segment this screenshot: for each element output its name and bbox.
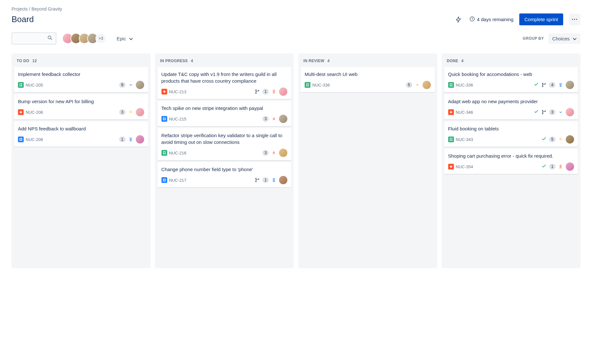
search-icon [47,35,53,42]
assignee-avatar[interactable] [136,108,144,116]
issue-card[interactable]: Refactor stripe verification key validat… [158,128,292,160]
estimate-badge: 5 [406,82,412,88]
card-title: Quick booking for accomodations - web [448,71,574,78]
card-title: Shoping cart purchasing error - quick fi… [448,153,574,159]
issue-card[interactable]: Fluid booking on tabletsNUC-3435 [444,121,578,147]
breadcrumb-project[interactable]: Beyond Gravity [31,6,62,12]
assignee-avatar[interactable] [566,135,574,144]
estimate-badge: 3 [119,109,126,115]
avatar-more[interactable]: +3 [95,33,106,44]
branch-icon [541,110,547,115]
assignee-avatar[interactable] [423,81,431,89]
branch-icon [255,89,260,94]
column-header: IN REVIEW 4 [301,57,435,67]
issue-key[interactable]: NUC-216 [161,150,186,156]
breadcrumb-projects[interactable]: Projects [12,6,28,12]
task-icon [18,136,24,142]
card-title: Fluid booking on tablets [448,125,574,132]
issue-card[interactable]: Shoping cart purchasing error - quick fi… [444,149,578,174]
svg-point-16 [450,111,452,113]
check-icon [534,82,539,88]
story-icon [448,136,454,142]
svg-point-10 [256,178,257,179]
assignee-avatar[interactable] [566,108,574,116]
column-in-review[interactable]: IN REVIEW 4 Multi-dest search UI webNUC-… [298,54,437,268]
assignee-avatar[interactable] [566,81,574,89]
column-header: DONE 4 [444,57,578,67]
svg-point-6 [256,93,257,94]
days-remaining: 4 days remaining [469,16,514,23]
svg-point-1 [48,36,51,39]
column-header: TO DO 12 [14,57,148,67]
svg-point-12 [258,178,259,179]
assignee-avatar[interactable] [136,135,144,144]
issue-card[interactable]: Adapt web app no new payments providerNU… [444,94,578,120]
issue-key[interactable]: NUC-205 [18,82,43,88]
issue-key[interactable]: NUC-213 [161,89,186,95]
priority-medium-icon [558,138,563,141]
check-icon [541,163,547,170]
bug-icon [161,89,167,95]
card-title: Implement feedback collector [18,71,144,78]
assignee-avatar[interactable] [279,149,287,157]
issue-card[interactable]: Tech spike on new stripe integration wit… [158,101,292,126]
card-title: Change phone number field type to 'phone… [161,166,288,173]
issue-key[interactable]: NUC-338 [305,82,330,88]
assignee-avatar[interactable] [136,81,144,89]
epic-dropdown[interactable]: Epic [117,36,133,41]
assignee-avatar[interactable] [279,115,287,123]
estimate-badge: 1 [549,164,555,170]
issue-card[interactable]: Multi-dest search UI webNUC-3385 [301,67,435,92]
card-title: Bump version for new API for billing [18,98,144,105]
automation-icon[interactable] [453,14,464,25]
story-icon [161,150,167,156]
card-title: Update T&C copy with v1.9 from the write… [161,71,288,84]
estimate-badge: 1 [262,177,269,183]
issue-key[interactable]: NUC-217 [161,177,186,183]
branch-icon [255,178,260,183]
estimate-badge: 1 [119,136,126,142]
column-in-progress[interactable]: IN PROGRESS 4 Update T&C copy with v1.9 … [155,54,294,268]
issue-card[interactable]: Implement feedback collectorNUC-2059 [14,67,148,92]
check-icon [541,136,547,143]
chevron-down-icon [573,36,577,41]
issue-card[interactable]: Add NPS feedback to wallboardNUC-2081 [14,121,148,147]
issue-key[interactable]: NUC-336 [448,82,473,88]
svg-point-17 [542,110,543,111]
check-icon [534,109,539,116]
avatar-stack[interactable]: +3 [62,33,106,44]
issue-key[interactable]: NUC-208 [18,136,43,142]
issue-card[interactable]: Change phone number field type to 'phone… [158,162,292,187]
task-icon [161,177,167,183]
issue-key[interactable]: NUC-343 [448,136,473,142]
priority-highest-icon [558,165,563,169]
assignee-avatar[interactable] [279,87,287,96]
card-title: Multi-dest search UI web [305,71,431,78]
priority-lowest-icon [271,178,276,182]
clock-icon [469,16,475,23]
assignee-avatar[interactable] [566,162,574,171]
issue-key[interactable]: NUC-206 [18,109,43,115]
search-input[interactable] [12,32,56,45]
assignee-avatar[interactable] [279,176,287,184]
issue-card[interactable]: Update T&C copy with v1.9 from the write… [158,67,292,99]
card-title: Adapt web app no new payments provider [448,98,574,105]
svg-rect-8 [163,118,165,120]
svg-point-15 [545,83,546,84]
issue-key[interactable]: NUC-215 [161,116,186,122]
column-todo[interactable]: TO DO 12 Implement feedback collectorNUC… [12,54,151,268]
complete-sprint-button[interactable]: Complete sprint [519,13,563,25]
more-menu-button[interactable]: ··· [569,14,580,25]
column-header: IN PROGRESS 4 [158,57,292,67]
story-icon [305,82,310,88]
estimate-badge: 4 [549,82,555,88]
card-title: Tech spike on new stripe integration wit… [161,105,288,112]
column-done[interactable]: DONE 4 Quick booking for accomodations -… [442,54,581,268]
issue-key[interactable]: NUC-354 [448,164,473,170]
choices-dropdown[interactable]: Choices [548,33,580,44]
issue-card[interactable]: Bump version for new API for billingNUC-… [14,94,148,120]
priority-low-icon [128,84,133,86]
issue-card[interactable]: Quick booking for accomodations - webNUC… [444,67,578,92]
card-title: Add NPS feedback to wallboard [18,125,144,132]
issue-key[interactable]: NUC-346 [448,109,473,115]
